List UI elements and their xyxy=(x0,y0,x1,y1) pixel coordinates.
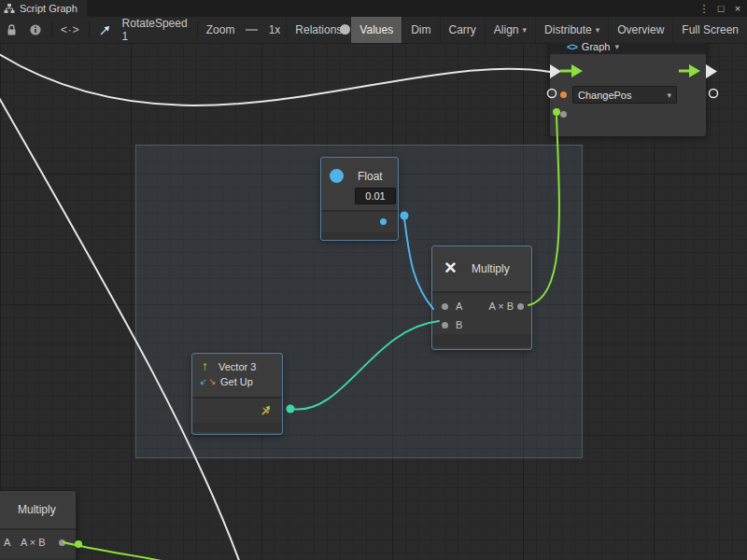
script-graph-tab[interactable]: Script Graph xyxy=(0,0,87,17)
node-title: Get Up xyxy=(220,376,253,387)
window-menu-icon[interactable]: ⋮ xyxy=(697,3,712,15)
dropdown-value: ChangePos xyxy=(578,90,632,101)
float-output-port[interactable] xyxy=(380,218,387,225)
node-float[interactable]: Float 0.01 xyxy=(320,157,399,241)
title-bar: Script Graph ⋮ □ × xyxy=(0,0,747,18)
port-label-a: A xyxy=(4,537,10,548)
info-icon[interactable] xyxy=(23,17,48,43)
chevron-down-icon: ▾ xyxy=(596,25,600,35)
code-icon: <> xyxy=(567,43,577,52)
graph-asset-icon xyxy=(93,17,117,43)
multiply-input-b-port[interactable] xyxy=(442,322,448,329)
zoom-slider[interactable] xyxy=(246,29,257,31)
node-changepos[interactable]: <> Graph ▾ ChangePos ▾ xyxy=(549,43,707,137)
arrow-se-icon: ↘ xyxy=(208,376,216,386)
port-ring-right xyxy=(710,90,718,98)
zoom-label: Zoom xyxy=(201,23,241,36)
fullscreen-button[interactable]: Full Screen xyxy=(672,17,747,43)
flow-arrow-out xyxy=(706,64,717,78)
align-button[interactable]: Align▾ xyxy=(485,17,535,43)
graph-icon xyxy=(4,3,15,14)
multiply2-output-port[interactable] xyxy=(59,539,65,546)
graph-header[interactable]: <> Graph ▾ xyxy=(550,43,706,54)
changepos-input-port[interactable] xyxy=(560,111,567,118)
port-label-out: A × B xyxy=(21,537,46,548)
distribute-button[interactable]: Distribute▾ xyxy=(535,17,608,43)
window-maximize-icon[interactable]: □ xyxy=(713,3,728,14)
port-label-out: A × B xyxy=(488,301,514,312)
graph-header-label: Graph xyxy=(582,43,611,52)
arrow-sw-icon: ↙ xyxy=(200,376,207,386)
changepos-dropdown[interactable]: ChangePos ▾ xyxy=(572,86,677,104)
zoom-value: 1x xyxy=(263,23,287,36)
edge-white-top[interactable] xyxy=(0,51,550,105)
values-button[interactable]: Values xyxy=(350,17,402,43)
multiply-output-port[interactable] xyxy=(517,303,524,310)
overview-button[interactable]: Overview xyxy=(608,17,672,43)
script-graph-window: Script Graph ⋮ □ × <∙> xyxy=(0,0,747,560)
node-get-up[interactable]: ↑ Vector 3 ↙ ↘ Get Up xyxy=(191,353,283,435)
edge-multiply2-output[interactable] xyxy=(63,542,218,560)
window-close-icon[interactable]: × xyxy=(730,3,745,14)
float-value-field[interactable]: 0.01 xyxy=(355,188,396,204)
node-title: Multiply xyxy=(472,262,510,275)
node-multiply-2[interactable]: × Multiply A A × B xyxy=(0,490,77,560)
float-type-icon xyxy=(330,169,344,183)
port-label-b: B xyxy=(456,319,462,330)
toolbar: <∙> RotateSpeed 1 Zoom 1x Relations Valu… xyxy=(0,17,747,44)
node-title: Float xyxy=(358,170,383,183)
dim-button[interactable]: Dim xyxy=(402,17,439,43)
chevron-down-icon: ▾ xyxy=(667,91,671,100)
graph-canvas[interactable]: Float 0.01 × Multiply A A × B B ↑ Vector… xyxy=(0,43,747,560)
window-title: Script Graph xyxy=(20,3,78,14)
axes-icon[interactable] xyxy=(260,404,273,417)
node-type-label: Vector 3 xyxy=(218,361,256,372)
code-icon[interactable]: <∙> xyxy=(55,17,85,43)
node-title: Multiply xyxy=(18,503,56,516)
carry-button[interactable]: Carry xyxy=(440,17,485,43)
port-label-a: A xyxy=(456,301,462,312)
changepos-value-port[interactable] xyxy=(560,91,567,98)
node-multiply[interactable]: × Multiply A A × B B xyxy=(431,245,532,350)
lock-icon[interactable] xyxy=(0,17,23,43)
up-arrow-icon: ↑ xyxy=(202,358,208,373)
chevron-down-icon: ▾ xyxy=(614,43,619,51)
chevron-down-icon: ▾ xyxy=(523,25,528,35)
multiply-input-a-port[interactable] xyxy=(442,303,448,310)
graph-name[interactable]: RotateSpeed 1 xyxy=(117,17,193,43)
multiply-icon: × xyxy=(444,258,457,278)
